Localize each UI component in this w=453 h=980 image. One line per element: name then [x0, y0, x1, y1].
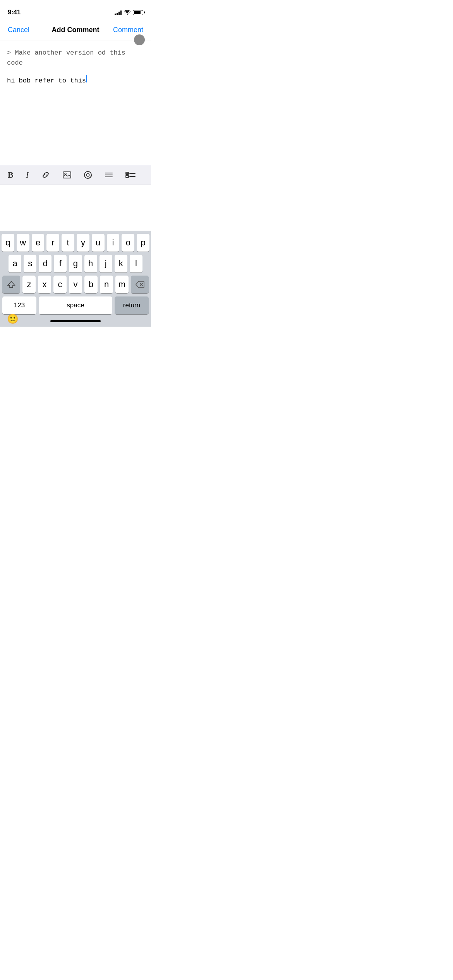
keyboard-bottom-row: 123 space return: [2, 296, 149, 314]
list-button[interactable]: [103, 169, 115, 181]
key-s[interactable]: s: [24, 255, 36, 272]
comment-editor[interactable]: > Make another version od thiscode hi bo…: [0, 41, 151, 165]
key-d[interactable]: d: [39, 255, 51, 272]
cancel-button[interactable]: Cancel: [8, 26, 29, 34]
keyboard-row-2: a s d f g h j k l: [2, 255, 149, 272]
key-r[interactable]: r: [46, 234, 59, 252]
keyboard-row-1: q w e r t y u i o p: [2, 234, 149, 252]
key-i[interactable]: i: [107, 234, 120, 252]
text-cursor: [86, 75, 87, 82]
key-o[interactable]: o: [122, 234, 134, 252]
key-g[interactable]: g: [69, 255, 82, 272]
status-time: 9:41: [8, 9, 21, 16]
image-button[interactable]: [61, 169, 73, 181]
key-h[interactable]: h: [84, 255, 97, 272]
link-button[interactable]: [39, 169, 52, 181]
key-u[interactable]: u: [92, 234, 105, 252]
key-p[interactable]: p: [137, 234, 149, 252]
key-y[interactable]: y: [77, 234, 89, 252]
keyboard-row-3: z x c v b n m: [2, 276, 149, 293]
key-k[interactable]: k: [115, 255, 127, 272]
comment-handle: [134, 34, 145, 45]
key-j[interactable]: j: [100, 255, 112, 272]
key-e[interactable]: e: [32, 234, 45, 252]
italic-button[interactable]: I: [24, 168, 30, 182]
key-n[interactable]: n: [100, 276, 113, 293]
emoji-button[interactable]: 🙂: [7, 314, 19, 324]
key-w[interactable]: w: [17, 234, 29, 252]
key-t[interactable]: t: [62, 234, 74, 252]
battery-icon: [133, 10, 143, 15]
key-z[interactable]: z: [22, 276, 36, 293]
key-q[interactable]: q: [2, 234, 14, 252]
bold-button[interactable]: B: [6, 168, 15, 182]
mention-button[interactable]: [82, 168, 94, 182]
signal-icon: [115, 10, 122, 15]
comment-button[interactable]: Comment: [113, 26, 143, 34]
key-f[interactable]: f: [54, 255, 67, 272]
quoted-text: > Make another version od thiscode: [7, 48, 144, 69]
status-bar: 9:41: [0, 0, 151, 19]
key-c[interactable]: c: [53, 276, 67, 293]
format-toolbar: B I: [0, 165, 151, 185]
keyboard[interactable]: q w e r t y u i o p a s d f g h j k l z …: [0, 231, 151, 327]
delete-key[interactable]: [131, 276, 149, 293]
home-indicator: [50, 320, 101, 322]
status-icons: [115, 10, 143, 15]
shift-key[interactable]: [2, 276, 20, 293]
nav-bar: Cancel Add Comment Comment: [0, 19, 151, 41]
emoji-bar: 🙂: [2, 316, 149, 325]
wifi-icon: [124, 10, 130, 15]
key-l[interactable]: l: [130, 255, 142, 272]
num-key[interactable]: 123: [2, 296, 36, 314]
return-key[interactable]: return: [115, 296, 149, 314]
space-key[interactable]: space: [39, 296, 112, 314]
key-b[interactable]: b: [84, 276, 98, 293]
key-x[interactable]: x: [38, 276, 51, 293]
key-a[interactable]: a: [9, 255, 21, 272]
nav-title: Add Comment: [52, 26, 100, 34]
comment-input-text[interactable]: hi bob refer to this: [7, 75, 144, 86]
svg-point-3: [87, 174, 89, 176]
svg-rect-0: [63, 172, 71, 178]
checklist-button[interactable]: [124, 169, 137, 181]
key-v[interactable]: v: [69, 276, 82, 293]
key-m[interactable]: m: [115, 276, 129, 293]
svg-rect-9: [126, 175, 129, 178]
